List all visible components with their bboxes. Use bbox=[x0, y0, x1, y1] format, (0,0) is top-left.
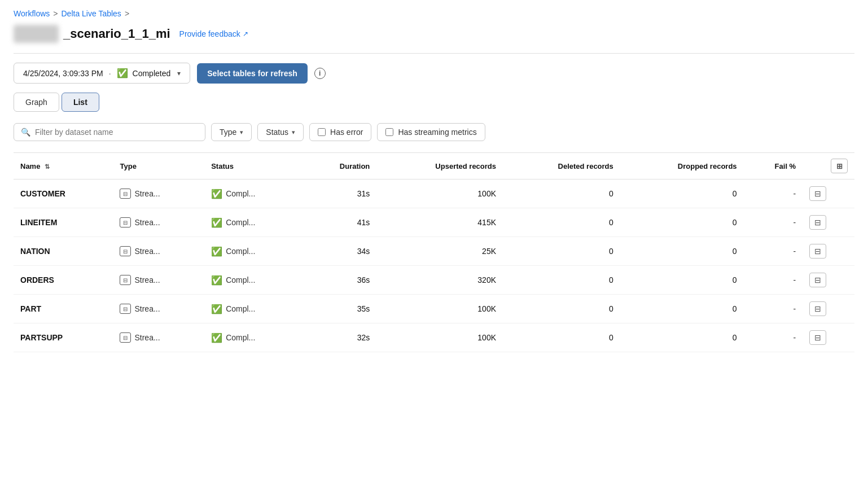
table-row: PART ⊟ Strea... ✅ Compl... 35s 100K 0 0 … bbox=[14, 295, 854, 323]
view-detail-button-5[interactable]: ⊟ bbox=[809, 330, 826, 345]
data-table: Name ⇅ Type Status Duration Upserted rec… bbox=[14, 153, 854, 352]
data-table-wrapper: Name ⇅ Type Status Duration Upserted rec… bbox=[14, 152, 854, 352]
cell-type-0: ⊟ Strea... bbox=[113, 180, 204, 208]
cell-upserted-4: 100K bbox=[376, 295, 503, 323]
status-check-icon-4: ✅ bbox=[211, 304, 222, 314]
col-header-duration: Duration bbox=[303, 153, 377, 180]
has-streaming-checkbox[interactable] bbox=[385, 128, 393, 136]
cell-dropped-3: 0 bbox=[620, 266, 744, 295]
cell-type-4: ⊟ Strea... bbox=[113, 295, 204, 323]
cell-duration-4: 35s bbox=[303, 295, 377, 323]
col-header-status: Status bbox=[204, 153, 303, 180]
external-link-icon: ↗ bbox=[243, 30, 248, 38]
datetime-label: 4/25/2024, 3:09:33 PM bbox=[23, 69, 103, 78]
tab-bar: Graph List bbox=[14, 93, 854, 112]
cell-upserted-2: 25K bbox=[376, 237, 503, 266]
table-row: NATION ⊟ Strea... ✅ Compl... 34s 25K 0 0… bbox=[14, 237, 854, 266]
cell-dropped-5: 0 bbox=[620, 323, 744, 352]
stream-table-icon: ⊟ bbox=[120, 189, 131, 199]
cell-upserted-3: 320K bbox=[376, 266, 503, 295]
cell-dropped-1: 0 bbox=[620, 208, 744, 237]
toolbar: 4/25/2024, 3:09:33 PM · ✅ Completed ▾ Se… bbox=[14, 63, 854, 84]
status-chevron-icon: ▾ bbox=[292, 129, 295, 136]
col-header-view: ⊞ bbox=[803, 153, 854, 180]
select-tables-button[interactable]: Select tables for refresh bbox=[197, 63, 308, 84]
cell-name-1: LINEITEM bbox=[14, 208, 113, 237]
pipeline-name: _scenario_1_1_mi bbox=[63, 27, 170, 41]
search-wrapper[interactable]: 🔍 bbox=[14, 123, 205, 141]
cell-type-3: ⊟ Strea... bbox=[113, 266, 204, 295]
table-row: CUSTOMER ⊟ Strea... ✅ Compl... 31s 100K … bbox=[14, 180, 854, 208]
type-label: Type bbox=[220, 128, 236, 137]
stream-table-icon: ⊟ bbox=[120, 217, 131, 227]
breadcrumb-workflows[interactable]: Workflows bbox=[14, 9, 50, 18]
breadcrumb-delta-live[interactable]: Delta Live Tables bbox=[62, 9, 121, 18]
status-check-icon-1: ✅ bbox=[211, 217, 222, 228]
view-detail-button-1[interactable]: ⊟ bbox=[809, 215, 826, 230]
cell-failpct-4: - bbox=[744, 295, 803, 323]
cell-dropped-2: 0 bbox=[620, 237, 744, 266]
cell-view-4: ⊟ bbox=[803, 295, 854, 323]
status-check-icon-2: ✅ bbox=[211, 246, 222, 257]
stream-table-icon: ⊟ bbox=[120, 304, 131, 314]
tab-graph[interactable]: Graph bbox=[14, 93, 59, 112]
cell-status-5: ✅ Compl... bbox=[204, 323, 303, 352]
table-row: PARTSUPP ⊟ Strea... ✅ Compl... 32s 100K … bbox=[14, 323, 854, 352]
cell-duration-1: 41s bbox=[303, 208, 377, 237]
cell-dropped-0: 0 bbox=[620, 180, 744, 208]
page-title: _scenario_1_1_mi bbox=[14, 25, 170, 43]
cell-type-2: ⊟ Strea... bbox=[113, 237, 204, 266]
header-divider bbox=[14, 53, 854, 54]
cell-duration-2: 34s bbox=[303, 237, 377, 266]
table-header-row: Name ⇅ Type Status Duration Upserted rec… bbox=[14, 153, 854, 180]
status-filter-dropdown[interactable]: Status ▾ bbox=[257, 123, 304, 141]
feedback-label: Provide feedback bbox=[179, 29, 240, 38]
cell-failpct-5: - bbox=[744, 323, 803, 352]
has-streaming-label: Has streaming metrics bbox=[398, 128, 476, 137]
cell-upserted-1: 415K bbox=[376, 208, 503, 237]
feedback-link[interactable]: Provide feedback ↗ bbox=[179, 29, 248, 38]
cell-name-4: PART bbox=[14, 295, 113, 323]
search-icon: 🔍 bbox=[21, 128, 30, 137]
stream-table-icon: ⊟ bbox=[120, 332, 131, 343]
cell-failpct-1: - bbox=[744, 208, 803, 237]
has-streaming-filter[interactable]: Has streaming metrics bbox=[377, 123, 485, 141]
breadcrumb-sep2: > bbox=[125, 9, 129, 18]
cell-view-3: ⊟ bbox=[803, 266, 854, 295]
cell-type-1: ⊟ Strea... bbox=[113, 208, 204, 237]
view-detail-button-0[interactable]: ⊟ bbox=[809, 186, 826, 201]
page-header: _scenario_1_1_mi Provide feedback ↗ bbox=[14, 25, 854, 43]
cell-status-0: ✅ Compl... bbox=[204, 180, 303, 208]
col-header-dropped: Dropped records bbox=[620, 153, 744, 180]
cell-view-1: ⊟ bbox=[803, 208, 854, 237]
status-label: Completed bbox=[133, 69, 171, 78]
view-detail-button-2[interactable]: ⊟ bbox=[809, 244, 826, 259]
has-error-filter[interactable]: Has error bbox=[309, 123, 371, 141]
column-selector-icon[interactable]: ⊞ bbox=[831, 159, 848, 173]
status-check-icon: ✅ bbox=[117, 68, 128, 78]
col-header-upserted: Upserted records bbox=[376, 153, 503, 180]
col-header-failpct: Fail % bbox=[744, 153, 803, 180]
col-header-type: Type bbox=[113, 153, 204, 180]
search-input[interactable] bbox=[35, 128, 198, 137]
cell-upserted-5: 100K bbox=[376, 323, 503, 352]
cell-name-0: CUSTOMER bbox=[14, 180, 113, 208]
tab-list[interactable]: List bbox=[62, 93, 99, 112]
status-label: Status bbox=[266, 128, 288, 137]
type-filter-dropdown[interactable]: Type ▾ bbox=[211, 123, 252, 141]
status-badge[interactable]: 4/25/2024, 3:09:33 PM · ✅ Completed ▾ bbox=[14, 63, 190, 84]
avatar bbox=[14, 25, 59, 43]
view-detail-button-4[interactable]: ⊟ bbox=[809, 301, 826, 316]
cell-deleted-2: 0 bbox=[503, 237, 620, 266]
cell-status-4: ✅ Compl... bbox=[204, 295, 303, 323]
has-error-checkbox[interactable] bbox=[318, 128, 326, 136]
col-header-name: Name ⇅ bbox=[14, 153, 113, 180]
table-row: ORDERS ⊟ Strea... ✅ Compl... 36s 320K 0 … bbox=[14, 266, 854, 295]
status-check-icon-5: ✅ bbox=[211, 332, 222, 343]
cell-duration-0: 31s bbox=[303, 180, 377, 208]
info-icon[interactable]: i bbox=[314, 68, 326, 79]
view-detail-button-3[interactable]: ⊟ bbox=[809, 273, 826, 287]
cell-name-5: PARTSUPP bbox=[14, 323, 113, 352]
cell-view-0: ⊟ bbox=[803, 180, 854, 208]
cell-deleted-1: 0 bbox=[503, 208, 620, 237]
